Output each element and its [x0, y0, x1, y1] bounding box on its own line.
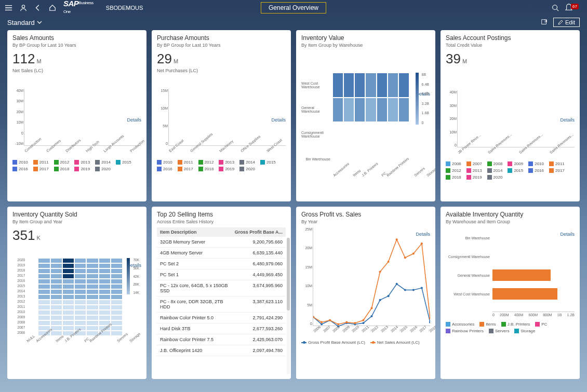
table-row[interactable]: PC Set 14,449,969.450 [157, 269, 286, 280]
table-row[interactable]: Rainbow Color Printer 7.52,425,063.070 [157, 334, 286, 345]
sap-logo: SAPBusinessOne [63, 0, 94, 17]
card-sales-amounts[interactable]: Sales Amounts By BP Group for Last 10 Ye… [7, 30, 146, 201]
legend: 2010201120122013201420152016201720182019… [157, 160, 286, 171]
purchase-amounts-chart: 15M10M5M0 [168, 89, 286, 146]
back-icon[interactable] [34, 4, 42, 11]
available-inventory-bars: Bin WarehouseConsignmentl WarehouseGener… [492, 228, 575, 312]
svg-point-16 [396, 283, 398, 285]
table-row[interactable]: Hard Disk 3TB2,677,593.260 [157, 323, 286, 334]
notification-badge: 67 [571, 4, 579, 9]
kpi-label: Net Purchases (LC) [157, 68, 286, 73]
card-subtitle: Total Credit Value [446, 43, 575, 48]
sub-bar: Standard Edit [0, 16, 587, 30]
card-subtitle: By Item Group by Warehouse [301, 43, 430, 48]
svg-point-32 [404, 256, 406, 259]
svg-point-15 [388, 295, 390, 297]
table-row[interactable]: 4GB Memory Server6,639,135.440 [157, 248, 286, 259]
page-title: General Overview [269, 4, 318, 11]
card-title: Purchase Amounts [157, 34, 286, 42]
svg-point-26 [354, 322, 356, 324]
svg-point-7 [321, 323, 323, 325]
pencil-icon [558, 20, 563, 25]
user-icon[interactable] [20, 4, 27, 11]
inventory-sold-heatmap: 2020201920182017201620152014201320122011… [12, 258, 123, 336]
card-subtitle: By Year [301, 219, 430, 224]
edit-button[interactable]: Edit [553, 18, 580, 27]
svg-point-0 [5, 5, 6, 6]
card-title: Gross Profit vs. Sales [301, 211, 430, 218]
table-row[interactable]: J.B. Officeprint 14202,097,494.780 [157, 345, 286, 356]
gross-profit-line-chart: 25M20M15M10M5M0 [313, 227, 430, 326]
kpi-value: 39M [446, 51, 575, 67]
table-row[interactable]: 32GB Memory Server9,200,795.660 [157, 237, 286, 248]
svg-point-20 [429, 321, 430, 323]
svg-point-14 [379, 299, 381, 301]
svg-point-34 [421, 242, 423, 245]
card-title: Inventory Value [301, 34, 430, 42]
svg-point-30 [388, 261, 390, 263]
svg-point-33 [412, 252, 415, 254]
home-icon[interactable] [49, 4, 56, 11]
svg-point-17 [404, 289, 406, 291]
svg-point-31 [396, 238, 398, 240]
card-available-inventory[interactable]: Available Inventory Quantity By Warehous… [441, 207, 580, 379]
chevron-down-icon [37, 20, 42, 25]
svg-point-3 [22, 5, 24, 8]
card-inventory-value[interactable]: Inventory Value By Item Group by Warehou… [296, 30, 435, 201]
svg-point-1 [5, 7, 6, 8]
svg-point-27 [362, 319, 364, 321]
card-subtitle: By Warehouse and Item Group [446, 219, 575, 224]
edit-label: Edit [565, 19, 575, 25]
svg-point-29 [379, 271, 381, 273]
svg-point-22 [321, 321, 323, 323]
company-label: SBODEMOUS [106, 5, 143, 11]
table-row[interactable]: PC - 12x core, 64GB, 5 x 150GB SSD3,674,… [157, 280, 286, 296]
col-header-item[interactable]: Item Description [160, 229, 232, 235]
card-subtitle: By BP Group for Last 10 Years [157, 43, 286, 48]
card-title: Sales Amounts [12, 34, 141, 42]
variant-label: Standard [7, 19, 35, 26]
notifications-icon[interactable]: 67 [565, 4, 582, 12]
share-icon[interactable] [541, 19, 548, 26]
card-title: Inventory Quantity Sold [12, 211, 141, 218]
card-title: Available Inventory Quantity [446, 211, 575, 218]
svg-point-13 [370, 315, 372, 317]
svg-point-23 [329, 319, 331, 321]
table-row[interactable]: Rainbow Color Printer 5.02,791,424.290 [157, 313, 286, 323]
svg-point-18 [412, 289, 415, 291]
card-top20[interactable]: Top 20 Selling Items Across Entire Sales… [152, 207, 291, 379]
card-subtitle: By Item Group and Year [12, 219, 141, 224]
menu-icon[interactable] [5, 4, 12, 11]
card-subtitle: By BP Group for Last 10 Years [12, 43, 141, 48]
sales-amounts-chart: 40M30M20M10M0-10M [24, 89, 141, 146]
card-title: Top 20 Selling Items [157, 211, 286, 218]
table-row[interactable]: PC Set 26,480,979.060 [157, 259, 286, 269]
variant-dropdown[interactable]: Standard [7, 19, 42, 26]
kpi-value: 351K [12, 227, 141, 244]
legend: 2006200720082009201020112012201320142015… [446, 161, 575, 180]
card-title: Sales Account Postings [446, 34, 575, 42]
search-icon[interactable] [552, 4, 559, 11]
top20-table: Item Description Gross Profit Base A... … [157, 227, 286, 356]
page-title-badge: General Overview [261, 2, 326, 13]
card-inventory-sold[interactable]: Inventory Quantity Sold By Item Group an… [7, 207, 146, 379]
table-row[interactable]: PC - 8x core, DDR 32GB, 2TB HDD3,387,623… [157, 296, 286, 313]
top-bar: SAPBusinessOne SBODEMOUS General Overvie… [0, 0, 587, 16]
legend: 2010201120122013201420152016201720182019… [12, 160, 141, 171]
card-gross-profit[interactable]: Gross Profit vs. Sales By Year Details 2… [296, 207, 435, 379]
svg-point-2 [5, 10, 6, 11]
kpi-value: 29M [157, 51, 286, 67]
svg-point-25 [345, 321, 348, 323]
card-purchase-amounts[interactable]: Purchase Amounts By BP Group for Last 10… [152, 30, 291, 201]
legend: AccessoriesItemsJ.B. PrintersPCRainbow P… [446, 322, 575, 333]
legend: Gross Profit Base Amount (LC)Net Sales A… [301, 340, 430, 345]
svg-point-12 [362, 322, 364, 324]
card-sales-postings[interactable]: Sales Account Postings Total Credit Valu… [441, 30, 580, 201]
svg-point-28 [370, 307, 372, 309]
col-header-profit[interactable]: Gross Profit Base A... [232, 229, 283, 235]
svg-point-19 [421, 287, 423, 289]
scrollbar-thumb[interactable] [287, 238, 290, 310]
card-subtitle: Across Entire Sales History [157, 219, 286, 224]
inventory-value-heatmap: West Cost WarehouseGeneral WarehouseCons… [301, 73, 409, 171]
kpi-label: Net Sales (LC) [12, 68, 141, 73]
